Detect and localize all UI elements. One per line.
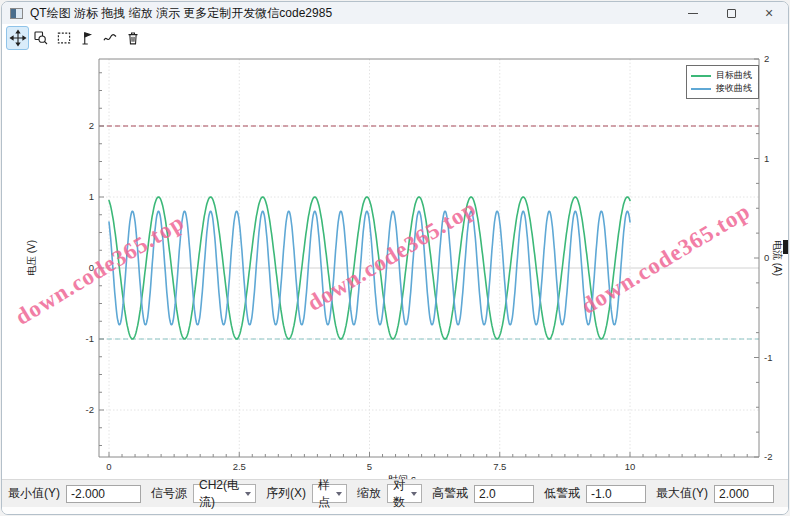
svg-text:10: 10 bbox=[625, 461, 636, 472]
maximize-button[interactable] bbox=[712, 2, 750, 24]
legend-item-received: 接收曲线 bbox=[691, 82, 754, 95]
max-value-label: 最大值(Y) bbox=[656, 485, 708, 502]
close-button[interactable]: × bbox=[750, 2, 788, 24]
received-curve-swatch bbox=[691, 88, 711, 90]
svg-text:0: 0 bbox=[89, 262, 94, 273]
high-alarm-input[interactable] bbox=[474, 485, 534, 503]
chart-legend: 目标曲线 接收曲线 bbox=[686, 65, 759, 99]
curve-tool-button[interactable] bbox=[98, 26, 121, 50]
maximize-icon bbox=[727, 9, 736, 18]
svg-text:-1: -1 bbox=[86, 333, 94, 344]
signal-source-value: CH2(电流) bbox=[199, 477, 239, 511]
select-region-tool-button[interactable] bbox=[52, 26, 75, 50]
curve-icon bbox=[101, 29, 119, 47]
clear-trash-tool-button[interactable] bbox=[121, 26, 144, 50]
signal-source-select[interactable]: CH2(电流) bbox=[193, 484, 256, 503]
select-region-icon bbox=[55, 29, 73, 47]
legend-label: 接收曲线 bbox=[716, 82, 752, 95]
svg-text:时间 s: 时间 s bbox=[388, 474, 416, 479]
chart: 02.557.510时间 s210-1-2电压 (V)210-1-2电流 (A)… bbox=[2, 52, 789, 479]
max-value-input[interactable] bbox=[714, 485, 774, 503]
right-edge-marker bbox=[783, 240, 788, 254]
chevron-down-icon bbox=[245, 492, 251, 496]
toolbar bbox=[2, 24, 788, 52]
high-alarm-label: 高警戒 bbox=[432, 485, 468, 502]
chevron-down-icon bbox=[411, 492, 417, 496]
svg-text:2.5: 2.5 bbox=[233, 461, 246, 472]
svg-text:-1: -1 bbox=[764, 352, 772, 363]
close-icon: × bbox=[765, 6, 773, 20]
window-title: QT绘图 游标 拖拽 缩放 演示 更多定制开发微信code2985 bbox=[30, 5, 332, 22]
zoom-area-tool-button[interactable] bbox=[29, 26, 52, 50]
plot-canvas[interactable]: 02.557.510时间 s210-1-2电压 (V)210-1-2电流 (A) bbox=[2, 52, 789, 479]
bottom-control-bar: 最小值(Y) 信号源 CH2(电流) 序列(X) 样点 缩放 对数 高警戒 低警… bbox=[2, 479, 789, 507]
zoom-area-icon bbox=[32, 29, 50, 47]
svg-text:2: 2 bbox=[764, 53, 769, 64]
pan-tool-button[interactable] bbox=[6, 26, 29, 50]
window-controls: × bbox=[674, 2, 788, 24]
svg-text:0: 0 bbox=[764, 252, 769, 263]
svg-text:-2: -2 bbox=[764, 451, 772, 462]
legend-item-target: 目标曲线 bbox=[691, 69, 754, 82]
target-curve-swatch bbox=[691, 75, 711, 77]
minimize-button[interactable] bbox=[674, 2, 712, 24]
min-value-label: 最小值(Y) bbox=[8, 485, 60, 502]
svg-text:0: 0 bbox=[106, 461, 111, 472]
low-alarm-input[interactable] bbox=[586, 485, 646, 503]
min-value-input[interactable] bbox=[66, 485, 141, 503]
titlebar: QT绘图 游标 拖拽 缩放 演示 更多定制开发微信code2985 × bbox=[2, 2, 788, 24]
app-window: QT绘图 游标 拖拽 缩放 演示 更多定制开发微信code2985 × bbox=[1, 1, 789, 515]
svg-text:-2: -2 bbox=[86, 404, 94, 415]
chevron-down-icon bbox=[336, 492, 342, 496]
legend-label: 目标曲线 bbox=[716, 69, 752, 82]
signal-source-label: 信号源 bbox=[151, 485, 187, 502]
series-x-label: 序列(X) bbox=[266, 485, 306, 502]
low-alarm-label: 低警戒 bbox=[544, 485, 580, 502]
svg-text:2: 2 bbox=[89, 120, 94, 131]
svg-text:7.5: 7.5 bbox=[493, 461, 506, 472]
marker-flag-tool-button[interactable] bbox=[75, 26, 98, 50]
series-x-select[interactable]: 样点 bbox=[312, 484, 347, 503]
marker-flag-icon bbox=[78, 29, 96, 47]
svg-text:5: 5 bbox=[367, 461, 372, 472]
trash-icon bbox=[124, 29, 142, 47]
app-icon bbox=[10, 8, 23, 19]
pan-icon bbox=[9, 29, 27, 47]
scale-select[interactable]: 对数 bbox=[387, 484, 422, 503]
minimize-icon bbox=[688, 13, 698, 14]
scale-value: 对数 bbox=[393, 477, 405, 511]
svg-text:1: 1 bbox=[89, 191, 94, 202]
scale-label: 缩放 bbox=[357, 485, 381, 502]
svg-text:电压 (V): 电压 (V) bbox=[26, 240, 37, 276]
series-x-value: 样点 bbox=[318, 477, 330, 511]
svg-text:电流 (A): 电流 (A) bbox=[772, 240, 783, 276]
svg-text:1: 1 bbox=[764, 153, 769, 164]
